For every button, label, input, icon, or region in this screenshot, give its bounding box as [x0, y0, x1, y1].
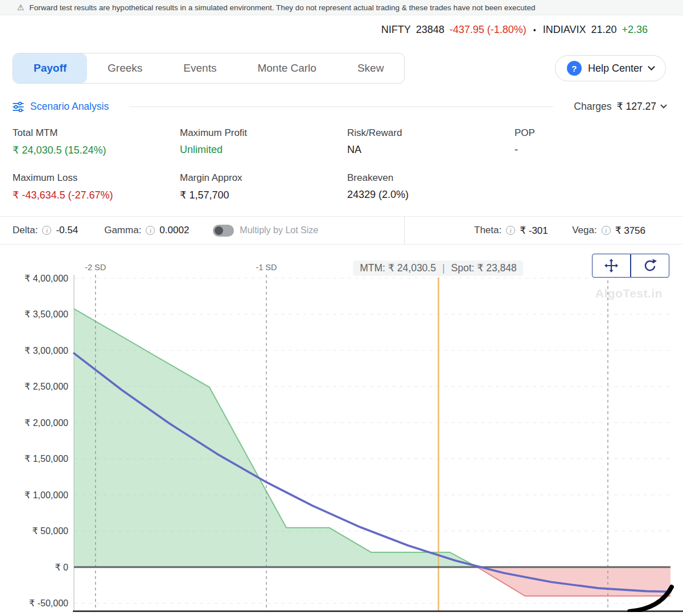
stat-label: Maximum Profit	[180, 127, 347, 139]
svg-text:₹ 2,50,000: ₹ 2,50,000	[24, 382, 68, 391]
svg-text:₹ 3,00,000: ₹ 3,00,000	[24, 346, 68, 355]
help-icon: ?	[567, 61, 582, 76]
mtm-spot-readout: MTM: ₹ 24,030.5 | Spot: ₹ 23,848	[353, 261, 523, 276]
lot-size-toggle-label: Multiply by Lot Size	[240, 225, 318, 235]
theta-value: ₹ -301	[520, 225, 548, 237]
svg-text:₹ -50,000: ₹ -50,000	[29, 598, 68, 608]
reset-button[interactable]	[631, 254, 669, 278]
stat-value: ₹ 1,57,700	[180, 189, 347, 201]
banner-text: Forward test results are hypothetical re…	[30, 3, 536, 12]
info-icon[interactable]: i	[506, 226, 515, 235]
theta-label: Theta:	[474, 225, 501, 236]
help-center-label: Help Center	[588, 63, 643, 75]
y-axis-labels: ₹ 4,00,000₹ 3,50,000₹ 3,00,000₹ 2,50,000…	[24, 274, 68, 609]
pan-icon	[604, 258, 619, 273]
svg-text:₹ 2,00,000: ₹ 2,00,000	[24, 418, 68, 428]
chevron-down-icon	[660, 102, 666, 108]
tab-skew[interactable]: Skew	[337, 53, 404, 83]
svg-text:₹ 1,50,000: ₹ 1,50,000	[24, 454, 68, 464]
info-icon[interactable]: i	[146, 226, 155, 235]
gamma-label: Gamma:	[104, 225, 141, 236]
stat-value: -	[515, 144, 683, 156]
svg-text:₹ 50,000: ₹ 50,000	[32, 526, 68, 536]
strategy-stats: Total MTM ₹ 24,030.5 (15.24%) Maximum Pr…	[0, 113, 683, 201]
help-center-button[interactable]: ? Help Center	[555, 55, 666, 81]
greeks-bar: Delta: i -0.54 Gamma: i 0.0002 Multiply …	[0, 216, 683, 245]
scenario-analysis-label: Scenario Analysis	[30, 101, 109, 113]
nifty-change: -437.95 (-1.80%)	[450, 24, 526, 36]
indiavix-label: INDIAVIX	[543, 24, 586, 36]
delta-value: -0.54	[56, 225, 78, 236]
svg-text:₹ 3,50,000: ₹ 3,50,000	[24, 309, 68, 319]
stat-label: Total MTM	[13, 127, 180, 139]
stat-value: 24329 (2.0%)	[347, 189, 515, 201]
theta-stat: Theta: i ₹ -301	[474, 225, 548, 237]
gamma-stat: Gamma: i 0.0002	[104, 225, 189, 236]
scenario-row: Scenario Analysis Charges ₹ 127.27	[13, 101, 666, 113]
indiavix-value: 21.20	[591, 24, 616, 36]
svg-text:₹ 4,00,000: ₹ 4,00,000	[24, 274, 68, 283]
delta-stat: Delta: i -0.54	[13, 225, 78, 236]
toggle-knob	[215, 226, 223, 235]
charges-toggle[interactable]: Charges ₹ 127.27	[574, 101, 666, 113]
greeks-left-section: Delta: i -0.54 Gamma: i 0.0002 Multiply …	[0, 217, 404, 244]
mtm-value: MTM: ₹ 24,030.5	[360, 262, 436, 274]
horizontal-divider	[129, 106, 553, 107]
ticker-separator: •	[533, 26, 536, 35]
svg-text:₹ 0: ₹ 0	[55, 563, 68, 572]
vega-label: Vega:	[572, 225, 597, 236]
pan-button[interactable]	[592, 254, 631, 278]
tab-payoff[interactable]: Payoff	[13, 53, 87, 83]
gamma-value: 0.0002	[159, 225, 189, 236]
readout-separator: |	[442, 262, 445, 274]
stat-breakeven: Breakeven 24329 (2.0%)	[347, 172, 515, 201]
forward-test-banner: ⚠ Forward test results are hypothetical …	[0, 0, 683, 15]
info-icon[interactable]: i	[602, 226, 611, 235]
svg-text:₹ 1,00,000: ₹ 1,00,000	[24, 490, 68, 500]
spot-value: Spot: ₹ 23,848	[451, 262, 516, 274]
nifty-label: NIFTY	[381, 24, 411, 36]
stat-risk-reward: Risk/Reward NA	[347, 127, 515, 156]
delta-label: Delta:	[13, 225, 38, 236]
view-tabs: Payoff Greeks Events Monte Carlo Skew	[13, 53, 405, 84]
scenario-analysis-link[interactable]: Scenario Analysis	[13, 101, 109, 113]
page: { "banner": { "warning_icon": "⚠", "text…	[0, 0, 683, 616]
vega-stat: Vega: i ₹ 3756	[572, 225, 645, 237]
stat-empty	[515, 172, 683, 201]
stat-maximum-loss: Maximum Loss ₹ -43,634.5 (-27.67%)	[13, 172, 180, 201]
charges-label: Charges	[574, 101, 611, 113]
tab-events[interactable]: Events	[163, 53, 237, 83]
stat-value: Unlimited	[180, 144, 347, 156]
stat-value: ₹ -43,634.5 (-27.67%)	[13, 189, 180, 201]
vega-value: ₹ 3756	[615, 225, 645, 237]
expiry-payoff-profit-area	[74, 309, 477, 567]
sd-marker-label: -2 SD	[85, 263, 106, 272]
watermark: AlgoTest.in	[595, 287, 663, 300]
tab-greeks[interactable]: Greeks	[87, 53, 163, 83]
stat-label: Maximum Loss	[13, 172, 180, 184]
stat-value: NA	[347, 144, 515, 156]
payoff-chart-area: ₹ 4,00,000₹ 3,50,000₹ 3,00,000₹ 2,50,000…	[0, 249, 683, 612]
stat-total-mtm: Total MTM ₹ 24,030.5 (15.24%)	[13, 127, 180, 156]
payoff-chart: ₹ 4,00,000₹ 3,50,000₹ 3,00,000₹ 2,50,000…	[0, 249, 683, 612]
lot-size-toggle[interactable]	[213, 225, 234, 237]
chevron-down-icon	[648, 63, 655, 71]
info-icon[interactable]: i	[42, 226, 51, 235]
tab-monte-carlo[interactable]: Monte Carlo	[237, 53, 337, 83]
stat-label: POP	[515, 127, 683, 139]
stat-margin-approx: Margin Approx ₹ 1,57,700	[180, 172, 347, 201]
warning-icon: ⚠	[17, 3, 24, 12]
stat-maximum-profit: Maximum Profit Unlimited	[180, 127, 347, 156]
reset-icon	[643, 258, 657, 273]
stat-label: Risk/Reward	[347, 127, 515, 139]
indiavix-change: +2.36	[622, 24, 648, 36]
stat-pop: POP -	[515, 127, 683, 156]
stat-label: Margin Approx	[180, 172, 347, 184]
top-toolbar: Payoff Greeks Events Monte Carlo Skew ? …	[0, 53, 683, 84]
sliders-icon	[13, 102, 24, 112]
chart-toolbar	[592, 254, 669, 278]
sd-marker-label: -1 SD	[256, 263, 277, 272]
nifty-value: 23848	[416, 24, 445, 36]
greeks-right-section: Theta: i ₹ -301 Vega: i ₹ 3756	[405, 217, 683, 244]
charges-value: ₹ 127.27	[616, 101, 656, 113]
